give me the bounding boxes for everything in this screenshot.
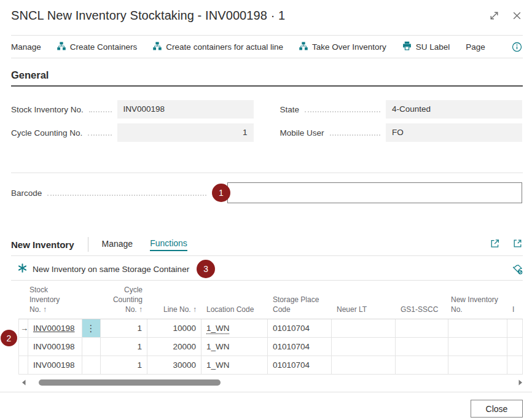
cell-gs1-sscc[interactable] (396, 319, 448, 338)
containers-icon (153, 42, 162, 52)
toolbar-item-create-containers[interactable]: Create Containers (57, 42, 138, 52)
row-menu-cell[interactable] (82, 356, 101, 375)
col-header-storage-place-code[interactable]: Storage Place Code (268, 281, 332, 319)
list-part-header: New Inventory Manage Functions (11, 235, 523, 254)
unpin-icon[interactable] (512, 264, 523, 274)
dialog-footer: Close (0, 392, 532, 418)
cycle-counting-no-value[interactable]: 1 (117, 123, 254, 142)
table-row[interactable]: INV000198 1 30000 1_WN 01010704 (18, 356, 523, 375)
dotted-leader (47, 195, 206, 196)
col-header-new-inventory-no[interactable]: New Inventory No. (448, 281, 507, 319)
divider (11, 58, 523, 58)
col-header-neuer-lt[interactable]: Neuer LT (332, 281, 396, 319)
cell-new-inventory-no[interactable] (448, 338, 507, 356)
toolbar-item-su-label[interactable]: SU Label (402, 41, 450, 52)
vertical-divider (88, 237, 88, 252)
new-inventory-same-container-action[interactable]: New Inventory on same Storage Container (33, 265, 189, 274)
cell-location-code[interactable]: 1_WN (201, 356, 268, 375)
tab-manage[interactable]: Manage (102, 239, 133, 251)
cell-new-inventory-no[interactable] (448, 319, 507, 338)
dotted-leader (330, 134, 380, 136)
col-header-location-code[interactable]: Location Code (201, 281, 268, 319)
row-selector-cell[interactable] (18, 356, 28, 375)
table-header-row: Stock Inventory No. ↑ Cycle Counting No.… (18, 281, 523, 319)
cell-clipped (507, 356, 523, 375)
scroll-right-icon[interactable] (518, 379, 523, 386)
cell-gs1-sscc[interactable] (396, 338, 448, 356)
row-menu-icon[interactable]: ⋮ (82, 319, 101, 338)
stock-inventory-no-value[interactable]: INV000198 (117, 100, 254, 119)
horizontal-scrollbar[interactable] (22, 378, 523, 387)
share-icon[interactable] (490, 238, 500, 251)
table-row[interactable]: → INV000198 ⋮ 1 10000 1_WN 01010704 (18, 319, 523, 338)
cell-storage-place-code[interactable]: 01010704 (268, 319, 332, 338)
state-value[interactable]: 4-Counted (386, 100, 522, 119)
toolbar-item-take-over-inventory[interactable]: Take Over Inventory (299, 42, 386, 52)
mobile-user-value[interactable]: FO (386, 123, 522, 142)
toolbar-item-create-containers-actual-line[interactable]: Create containers for actual line (153, 42, 283, 52)
cell-line-no[interactable]: 10000 (147, 319, 201, 338)
cell-cycle-counting-no[interactable]: 1 (101, 356, 147, 375)
cell-stock-inventory-no[interactable]: INV000198 (28, 338, 82, 356)
scrollbar-track[interactable] (26, 379, 518, 386)
cell-clipped (507, 319, 523, 338)
annotation-badge-2: 2 (1, 330, 17, 346)
barcode-label: Barcode (11, 189, 42, 198)
col-header-cycle-counting-no[interactable]: Cycle Counting No. ↑ (101, 281, 147, 319)
barcode-field-row: Barcode 1 (11, 182, 522, 203)
list-part-title: New Inventory (11, 239, 74, 250)
field-label: Mobile User (280, 128, 324, 138)
col-header-gs1-sscc[interactable]: GS1-SSCC (396, 281, 448, 319)
dotted-leader (88, 134, 111, 136)
info-icon[interactable] (512, 42, 522, 52)
cell-cycle-counting-no[interactable]: 1 (101, 338, 147, 356)
cell-neuer-lt[interactable] (332, 319, 396, 338)
section-underline (11, 85, 523, 87)
field-label: State (280, 105, 300, 114)
barcode-input[interactable] (227, 182, 522, 203)
cell-new-inventory-no[interactable] (448, 356, 507, 375)
list-action-row: New Inventory on same Storage Container … (11, 258, 523, 280)
toolbar-item-manage[interactable]: Manage (11, 42, 41, 52)
divider (11, 255, 523, 256)
col-header-line-no[interactable]: Line No. ↑ (147, 281, 201, 319)
cell-line-no[interactable]: 20000 (147, 338, 201, 356)
field-state: State 4-Counted (280, 100, 523, 119)
table-row[interactable]: INV000198 1 20000 1_WN 01010704 (18, 338, 523, 356)
containers-icon (57, 42, 66, 52)
function-asterisk-icon (18, 263, 27, 275)
focus-mode-icon[interactable] (512, 238, 523, 251)
annotation-badge-1: 1 (212, 184, 230, 202)
cell-location-code[interactable]: 1_WN (206, 324, 230, 333)
scrollbar-thumb[interactable] (39, 379, 221, 386)
expand-dialog-icon[interactable] (489, 10, 499, 23)
containers-icon (299, 42, 308, 52)
field-label: Stock Inventory No. (11, 105, 84, 114)
close-button[interactable]: Close (471, 400, 523, 418)
dialog-header: SNCL New Inventory Stocktaking - INV0001… (0, 0, 532, 23)
scroll-left-icon[interactable] (22, 379, 26, 386)
cell-location-code[interactable]: 1_WN (201, 338, 268, 356)
row-menu-cell[interactable] (82, 338, 101, 356)
close-icon[interactable] (512, 10, 522, 23)
cell-gs1-sscc[interactable] (396, 356, 448, 375)
field-cycle-counting-no: Cycle Counting No. 1 (11, 123, 254, 142)
row-selector-cell[interactable] (18, 338, 28, 356)
cell-stock-inventory-no[interactable]: INV000198 (28, 356, 82, 375)
toolbar-item-page[interactable]: Page (466, 42, 485, 52)
cell-storage-place-code[interactable]: 01010704 (268, 356, 332, 375)
col-header-clipped[interactable]: I (507, 281, 523, 319)
cell-storage-place-code[interactable]: 01010704 (268, 338, 332, 356)
selected-row-arrow-icon: → (18, 319, 28, 338)
cell-neuer-lt[interactable] (332, 338, 396, 356)
cell-cycle-counting-no[interactable]: 1 (101, 319, 147, 338)
tab-functions[interactable]: Functions (150, 238, 187, 251)
field-stock-inventory-no: Stock Inventory No. INV000198 (11, 100, 254, 119)
new-inventory-table: Stock Inventory No. ↑ Cycle Counting No.… (18, 281, 523, 375)
cell-line-no[interactable]: 30000 (147, 356, 201, 375)
cell-clipped (507, 338, 523, 356)
stock-inventory-no-link[interactable]: INV000198 (33, 324, 75, 333)
field-label: Cycle Counting No. (11, 128, 82, 138)
col-header-stock-inventory-no[interactable]: Stock Inventory No. ↑ (18, 281, 101, 319)
cell-neuer-lt[interactable] (332, 356, 396, 375)
